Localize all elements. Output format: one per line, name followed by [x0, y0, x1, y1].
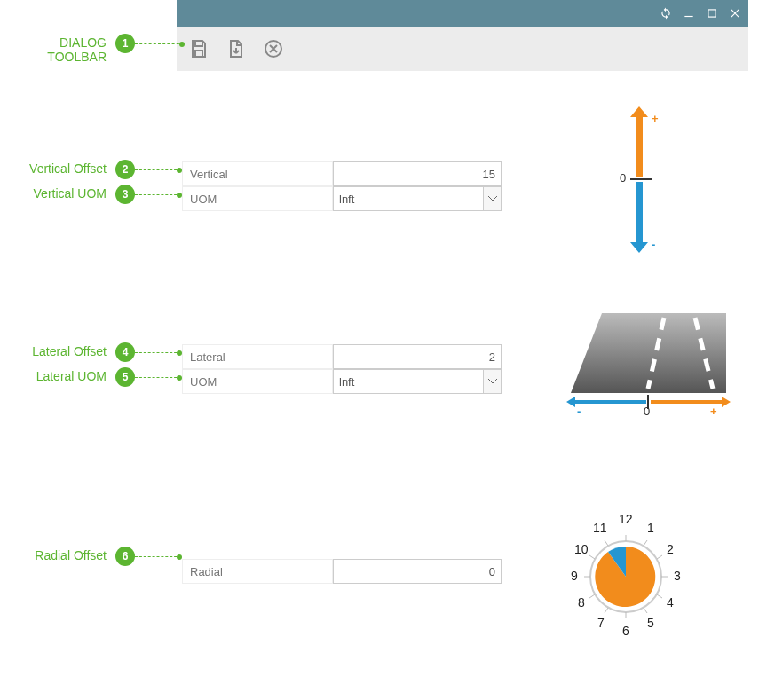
vertical-uom-label: UOM	[182, 186, 333, 211]
callout-num-4: 4	[115, 342, 135, 362]
svg-line-18	[644, 608, 647, 613]
lateral-uom-label: UOM	[182, 369, 333, 394]
clock-10: 10	[574, 542, 589, 556]
lateral-label: Lateral	[182, 344, 333, 369]
svg-line-20	[605, 608, 608, 613]
lateral-uom-value: lnft	[334, 375, 354, 389]
callout-line-1	[135, 43, 184, 44]
svg-line-14	[644, 540, 647, 546]
lateral-input[interactable]	[333, 344, 502, 369]
callout-line-6	[135, 556, 181, 557]
svg-rect-1	[708, 10, 716, 17]
save-button[interactable]	[186, 35, 212, 62]
svg-line-23	[589, 555, 595, 559]
refresh-icon[interactable]	[660, 7, 672, 20]
callout-num-5: 5	[115, 367, 135, 387]
clock-9: 9	[571, 569, 578, 583]
callout-label-vertical-offset: Vertical Offset	[0, 161, 107, 176]
svg-line-17	[657, 594, 662, 598]
lateral-uom-row: UOM lnft	[182, 369, 502, 394]
callout-label-lateral-offset: Lateral Offset	[0, 344, 107, 358]
lateral-offset-diagram: - 0 +	[566, 309, 735, 420]
export-button[interactable]	[223, 35, 249, 62]
clock-1: 1	[647, 521, 654, 535]
radial-label: Radial	[182, 559, 333, 584]
vertical-uom-value: lnft	[334, 193, 354, 206]
vertical-minus: -	[652, 238, 655, 251]
lateral-row: Lateral	[182, 344, 502, 369]
clock-4: 4	[667, 595, 674, 610]
close-icon[interactable]	[729, 7, 741, 20]
clock-2: 2	[667, 542, 674, 556]
clock-3: 3	[674, 569, 681, 583]
lateral-uom-select[interactable]: lnft	[333, 369, 502, 394]
clock-11: 11	[593, 521, 607, 535]
callout-line-3	[135, 194, 181, 195]
callout-num-6: 6	[115, 547, 135, 566]
lateral-plus: +	[710, 405, 717, 418]
radial-row: Radial	[182, 559, 502, 584]
minimize-icon[interactable]	[683, 7, 695, 20]
callout-num-2: 2	[115, 160, 135, 179]
vertical-zero: 0	[620, 171, 626, 185]
vertical-row: Vertical	[182, 161, 502, 186]
lateral-zero: 0	[644, 405, 650, 418]
callout-num-3: 3	[115, 185, 135, 204]
dialog-toolbar	[177, 27, 748, 71]
vertical-input[interactable]	[333, 161, 502, 186]
callout-label-radial-offset: Radial Offset	[0, 548, 107, 562]
svg-line-24	[605, 540, 608, 546]
clock-5: 5	[647, 616, 654, 630]
svg-line-15	[657, 555, 662, 559]
vertical-offset-diagram: + 0 -	[604, 106, 692, 257]
svg-marker-3	[630, 106, 648, 177]
svg-line-21	[589, 594, 595, 598]
callout-line-5	[135, 377, 181, 378]
chevron-down-icon	[483, 187, 501, 210]
svg-marker-4	[630, 182, 648, 253]
clock-8: 8	[578, 595, 585, 610]
callout-num-1: 1	[115, 34, 135, 53]
vertical-plus: +	[652, 112, 659, 125]
vertical-label: Vertical	[182, 161, 333, 186]
clock-12: 12	[619, 512, 633, 526]
lateral-minus: -	[577, 405, 581, 418]
callout-label-lateral-uom: Lateral UOM	[0, 369, 107, 383]
vertical-uom-select[interactable]: lnft	[333, 186, 502, 211]
maximize-icon[interactable]	[706, 7, 718, 20]
callout-line-4	[135, 352, 181, 353]
radial-offset-diagram: 12 1 2 3 4 5 6 7 8 9 10 11	[559, 510, 692, 643]
clock-6: 6	[622, 624, 629, 638]
clock-7: 7	[597, 616, 605, 630]
svg-rect-0	[684, 16, 692, 17]
callout-label-toolbar: DIALOG TOOLBAR	[0, 35, 107, 64]
cancel-button[interactable]	[260, 35, 287, 62]
vertical-uom-row: UOM lnft	[182, 186, 502, 211]
radial-input[interactable]	[333, 559, 502, 584]
window-titlebar	[177, 0, 748, 27]
callout-label-vertical-uom: Vertical UOM	[0, 186, 107, 201]
svg-marker-10	[651, 397, 731, 407]
callout-line-2	[135, 169, 181, 170]
chevron-down-icon	[483, 370, 501, 393]
